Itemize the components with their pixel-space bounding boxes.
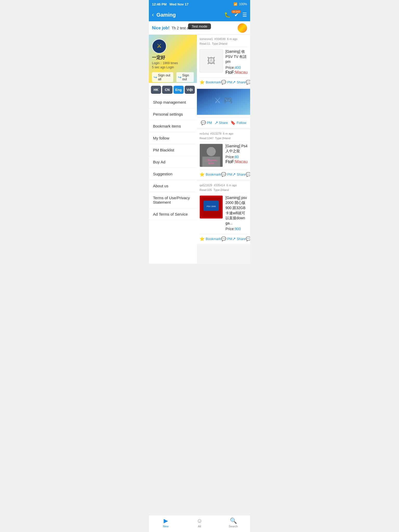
pm-label-3: PM	[227, 237, 232, 241]
menu-item-bookmark-items[interactable]: Bookmark items	[149, 120, 197, 132]
status-date: Wed Nov 17	[169, 2, 188, 6]
share-label-2: Share	[237, 172, 246, 176]
listing-title: [Gaming] 收 PSV TV 有請pm	[225, 49, 248, 64]
share-label: Share	[237, 80, 246, 84]
menu-item-my-follow[interactable]: My follow	[149, 132, 197, 144]
listing-meta: someone1 #334599 6 m ago Read:11 Type:2H…	[200, 37, 248, 47]
svg-text:⚔ 🎮: ⚔ 🎮	[214, 96, 233, 105]
sign-out-label: Sign out	[182, 73, 192, 81]
translate-icon-2: 💬	[246, 172, 250, 177]
share-button-2[interactable]: ↗ Share	[232, 172, 246, 177]
translate-button-3[interactable]: 💬 English	[246, 236, 250, 241]
share-icon-3: ↗	[232, 236, 236, 241]
bug-icon[interactable]: 🐛	[224, 12, 231, 18]
listing-info-2: [Gaming] Ps4人中之龍 Price:80 FtoF:Macau	[225, 144, 248, 167]
ad-logo	[238, 23, 247, 33]
lang-cn-button[interactable]: CN	[162, 86, 172, 94]
vippush-card: vippush ⚔ 🎮 💬 PM	[197, 89, 250, 128]
bookmark-label-3: Bookmark	[206, 237, 221, 241]
listing-title-2: [Gaming] Ps4人中之龍	[225, 144, 248, 154]
listing-time-2: 6 m ago	[223, 132, 233, 135]
score-badge: 98,643	[231, 10, 241, 13]
pm-icon-3: 💬	[221, 236, 226, 241]
back-button[interactable]: ‹	[152, 11, 154, 18]
bookmark-button[interactable]: ⭐ Bookmark	[200, 80, 221, 85]
bookmark-button-3[interactable]: ⭐ Bookmark	[200, 236, 221, 241]
bookmark-label-2: Bookmark	[206, 172, 221, 176]
listing-thumbnail-3: PSV 2000	[200, 195, 223, 219]
menu-item-ad-terms[interactable]: Ad Terms of Service	[149, 208, 197, 220]
score-icon[interactable]: ✔ 98,643	[234, 12, 239, 18]
lang-hk-button[interactable]: HK	[151, 86, 161, 94]
vippush-pm-icon: 💬	[201, 120, 206, 125]
listing-user-3: qa521629	[200, 184, 212, 187]
vippush-share-label: Share	[219, 121, 228, 125]
test-mode-badge: Test mode	[188, 23, 211, 29]
listing-body: 🖼 [Gaming] 收 PSV TV 有請pm Price:400 FtoF:…	[200, 49, 248, 75]
listing-reads-3: Read:105	[200, 188, 212, 191]
battery-indicator: 100%	[239, 2, 247, 6]
lang-viet-button[interactable]: Việt	[185, 86, 195, 94]
menu-item-terms[interactable]: Terms of Use/Privacy Statement	[149, 192, 197, 208]
status-time: 12:46 PM	[152, 2, 167, 6]
vippush-share-icon: ↗	[215, 120, 218, 125]
bookmark-button-2[interactable]: ⭐ Bookmark	[200, 172, 221, 177]
nav-bar: ‹ Gaming 🐛 ✔ 98,643 ☰	[149, 8, 250, 21]
placeholder-icon: 🖼	[207, 56, 215, 66]
vippush-follow-label: Follow	[237, 121, 247, 125]
menu-item-pm-blacklist[interactable]: PM Blacklist	[149, 144, 197, 156]
share-icon-2: ↗	[232, 172, 236, 177]
pm-label-2: PM	[227, 172, 232, 176]
listing-title-3: [Gaming] psv 2000 開心版 900 跟32GB卡連wifi就可以…	[225, 195, 248, 226]
profile-login-count: Login：1869 times	[152, 61, 194, 65]
listing-card-3: qa521629 #335414 6 m ago Read:105 Type:2…	[197, 181, 250, 244]
listing-type-3: Type:2Hand	[214, 188, 229, 191]
pm-button-2[interactable]: 💬 PM	[221, 172, 232, 177]
listing-post-id-3: #335414	[214, 184, 225, 187]
listing-type: Type:2Hand	[212, 42, 227, 45]
sign-out-all-label: Sign out all	[158, 73, 172, 81]
svg-text:$200: $200	[208, 162, 214, 165]
content-area: someone1 #334599 6 m ago Read:11 Type:2H…	[197, 35, 250, 264]
menu-item-shop-management[interactable]: Shop management	[149, 96, 197, 108]
pm-button[interactable]: 💬 PM	[221, 80, 232, 85]
pm-icon: 💬	[221, 80, 226, 85]
ad-banner: Nice job! Th 2 test ad. Test mode	[149, 21, 250, 35]
menu-item-buy-ad[interactable]: Buy Ad	[149, 156, 197, 168]
listing-body-3: PSV 2000 [Gaming] psv 2000 開心版 900 跟32GB…	[200, 195, 248, 232]
language-selector: HK CN Eng Việt	[149, 83, 197, 96]
share-button-3[interactable]: ↗ Share	[232, 236, 246, 241]
profile-login-time: 5 sec ago Login	[152, 65, 194, 69]
listing-ftof: FtoF:Macau	[225, 70, 248, 75]
pm-label: PM	[227, 80, 232, 84]
listing-actions-2: ⭐ Bookmark 💬 PM ↗ Share 💬 English	[200, 170, 248, 177]
vippush-follow-button[interactable]: 🔖 Follow	[230, 120, 247, 125]
menu-item-personal-settings[interactable]: Personal settings	[149, 108, 197, 120]
bookmark-icon: ⭐	[200, 80, 205, 85]
svg-text:⚔: ⚔	[157, 43, 162, 49]
listing-info: [Gaming] 收 PSV TV 有請pm Price:400 FtoF:Ma…	[225, 49, 248, 75]
listing-price: Price:400	[225, 65, 248, 70]
vippush-image: vippush ⚔ 🎮	[197, 89, 250, 115]
page-title: Gaming	[156, 12, 222, 18]
message-icon[interactable]: ☰	[242, 12, 247, 18]
menu-item-about-us[interactable]: About us	[149, 180, 197, 192]
sign-out-all-button[interactable]: ↪ Sign out all	[152, 72, 173, 82]
translate-button-2[interactable]: 💬 English	[246, 172, 250, 177]
sidebar: ⚔ 一定好 Login：1869 times 5 sec ago Login ↪…	[149, 35, 197, 264]
share-icon: ↗	[232, 80, 236, 85]
listing-reads-2: Read:1347	[200, 137, 214, 140]
vippush-share-button[interactable]: ↗ Share	[215, 120, 228, 125]
lang-eng-button[interactable]: Eng	[174, 86, 184, 94]
sign-out-button[interactable]: ↪ Sign out	[176, 72, 194, 82]
menu-item-suggestion[interactable]: Suggestion	[149, 168, 197, 180]
share-button[interactable]: ↗ Share	[232, 80, 246, 85]
signout-icon: ↪	[178, 75, 181, 80]
pm-button-3[interactable]: 💬 PM	[221, 236, 232, 241]
listing-card-2: no1ctuj #313278 6 m ago Read:1347 Type:2…	[197, 129, 250, 179]
translate-button[interactable]: 💬 English	[246, 80, 250, 85]
signout-all-icon: ↪	[154, 75, 157, 80]
avatar: ⚔	[152, 39, 167, 54]
vippush-pm-button[interactable]: 💬 PM	[201, 120, 212, 125]
listing-meta-2: no1ctuj #313278 6 m ago Read:1347 Type:2…	[200, 132, 248, 142]
